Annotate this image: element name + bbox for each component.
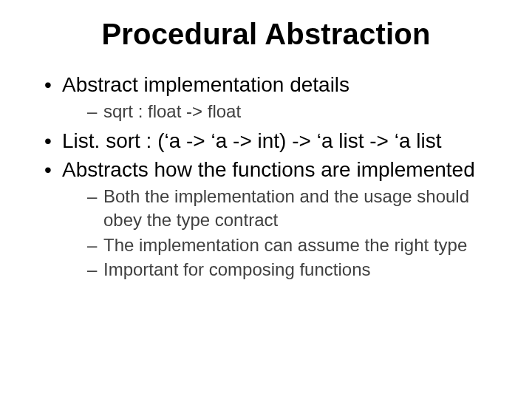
sub-bullet-item: Important for composing functions xyxy=(86,258,497,282)
sub-bullet-item: The implementation can assume the right … xyxy=(86,233,497,257)
bullet-text: Abstracts how the functions are implemen… xyxy=(62,158,475,181)
slide: Procedural Abstraction Abstract implemen… xyxy=(0,0,532,399)
bullet-item: Abstract implementation details sqrt : f… xyxy=(41,72,497,123)
bullet-item: List. sort : (‘a -> ‘a -> int) -> ‘a lis… xyxy=(41,128,497,154)
sub-bullet-text: The implementation can assume the right … xyxy=(103,235,467,255)
sub-bullet-text: Both the implementation and the usage sh… xyxy=(103,186,469,230)
sub-bullet-text: Important for composing functions xyxy=(103,259,371,279)
sub-bullet-item: sqrt : float -> float xyxy=(86,100,497,123)
sub-bullet-list: sqrt : float -> float xyxy=(62,100,497,123)
sub-bullet-list: Both the implementation and the usage sh… xyxy=(62,185,497,282)
bullet-item: Abstracts how the functions are implemen… xyxy=(41,157,497,282)
bullet-list: Abstract implementation details sqrt : f… xyxy=(35,72,497,282)
bullet-text: Abstract implementation details xyxy=(62,73,349,96)
bullet-text: List. sort : (‘a -> ‘a -> int) -> ‘a lis… xyxy=(62,129,441,152)
slide-title: Procedural Abstraction xyxy=(35,18,497,51)
sub-bullet-item: Both the implementation and the usage sh… xyxy=(86,185,497,231)
sub-bullet-text: sqrt : float -> float xyxy=(103,101,241,121)
